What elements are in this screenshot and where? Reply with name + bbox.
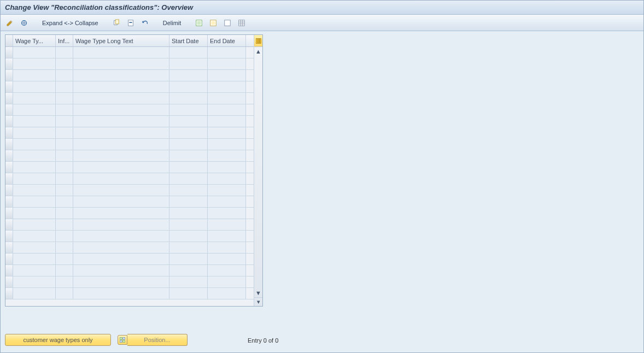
cell-start-date[interactable]	[169, 196, 208, 207]
cell-wage-type[interactable]	[13, 219, 56, 230]
cell-end-date[interactable]	[208, 162, 246, 173]
cell-end-date[interactable]	[208, 265, 246, 276]
table-row[interactable]	[5, 150, 262, 162]
row-selector[interactable]	[5, 208, 13, 219]
deselect-all-button[interactable]	[221, 17, 233, 28]
cell-wage-type[interactable]	[13, 81, 56, 92]
cell-start-date[interactable]	[169, 81, 208, 92]
cell-start-date[interactable]	[169, 70, 208, 81]
cell-inf[interactable]	[56, 276, 73, 287]
cell-wage-type[interactable]	[13, 276, 56, 287]
table-row[interactable]	[5, 265, 262, 276]
cell-wage-type[interactable]	[13, 93, 56, 104]
cell-start-date[interactable]	[169, 58, 208, 69]
table-row[interactable]	[5, 219, 262, 231]
cell-wage-type[interactable]	[13, 265, 56, 276]
table-row[interactable]	[5, 185, 262, 196]
cell-long-text[interactable]	[73, 70, 169, 81]
cell-inf[interactable]	[56, 196, 73, 207]
cell-wage-type[interactable]	[13, 162, 56, 173]
cell-start-date[interactable]	[169, 254, 208, 264]
cell-long-text[interactable]	[73, 93, 169, 104]
cell-end-date[interactable]	[208, 219, 246, 230]
table-row[interactable]	[5, 208, 262, 219]
customer-wage-types-button[interactable]: customer wage types only	[5, 334, 111, 346]
delimit-button[interactable]: Delimit	[160, 17, 185, 28]
cell-wage-type[interactable]	[13, 185, 56, 196]
cell-long-text[interactable]	[73, 116, 169, 127]
scroll-down-end-button[interactable]: ▾	[254, 297, 262, 306]
table-row[interactable]	[5, 242, 262, 254]
cell-long-text[interactable]	[73, 185, 169, 196]
cell-long-text[interactable]	[73, 276, 169, 287]
cell-wage-type[interactable]	[13, 208, 56, 219]
cell-wage-type[interactable]	[13, 127, 56, 138]
row-selector[interactable]	[5, 58, 13, 69]
undo-button[interactable]	[139, 17, 151, 28]
table-row[interactable]	[5, 47, 262, 58]
table-row[interactable]	[5, 104, 262, 116]
cell-end-date[interactable]	[208, 242, 246, 253]
table-row[interactable]	[5, 162, 262, 173]
cell-long-text[interactable]	[73, 150, 169, 161]
cell-start-date[interactable]	[169, 139, 208, 150]
row-selector[interactable]	[5, 254, 13, 264]
cell-end-date[interactable]	[208, 231, 246, 242]
select-block-button[interactable]	[207, 17, 219, 28]
row-selector[interactable]	[5, 70, 13, 81]
col-long-text[interactable]: Wage Type Long Text	[73, 35, 169, 46]
table-row[interactable]	[5, 254, 262, 265]
cell-inf[interactable]	[56, 219, 73, 230]
cell-start-date[interactable]	[169, 150, 208, 161]
table-row[interactable]	[5, 81, 262, 93]
row-selector[interactable]	[5, 93, 13, 104]
row-selector[interactable]	[5, 81, 13, 92]
cell-end-date[interactable]	[208, 254, 246, 264]
cell-wage-type[interactable]	[13, 47, 56, 58]
position-icon-button[interactable]	[118, 335, 127, 345]
row-selector[interactable]	[5, 219, 13, 230]
cell-long-text[interactable]	[73, 242, 169, 253]
table-row[interactable]	[5, 127, 262, 139]
row-selector[interactable]	[5, 162, 13, 173]
cell-inf[interactable]	[56, 139, 73, 150]
cell-end-date[interactable]	[208, 58, 246, 69]
col-inf[interactable]: Inf...	[56, 35, 73, 46]
cell-end-date[interactable]	[208, 81, 246, 92]
cell-inf[interactable]	[56, 104, 73, 115]
row-selector[interactable]	[5, 276, 13, 287]
cell-start-date[interactable]	[169, 288, 208, 299]
cell-inf[interactable]	[56, 47, 73, 58]
cell-wage-type[interactable]	[13, 116, 56, 127]
row-selector[interactable]	[5, 288, 13, 299]
row-selector[interactable]	[5, 104, 13, 115]
row-selector[interactable]	[5, 265, 13, 276]
select-all-header[interactable]	[5, 35, 13, 46]
cell-wage-type[interactable]	[13, 70, 56, 81]
cell-start-date[interactable]	[169, 93, 208, 104]
position-button[interactable]: Position...	[127, 334, 188, 346]
cell-long-text[interactable]	[73, 139, 169, 150]
cell-inf[interactable]	[56, 81, 73, 92]
cell-wage-type[interactable]	[13, 231, 56, 242]
cell-end-date[interactable]	[208, 127, 246, 138]
cell-wage-type[interactable]	[13, 242, 56, 253]
cell-inf[interactable]	[56, 93, 73, 104]
cell-start-date[interactable]	[169, 231, 208, 242]
cell-start-date[interactable]	[169, 127, 208, 138]
configure-columns-button[interactable]	[254, 35, 262, 47]
cell-wage-type[interactable]	[13, 139, 56, 150]
row-selector[interactable]	[5, 116, 13, 127]
cell-start-date[interactable]	[169, 265, 208, 276]
cell-long-text[interactable]	[73, 173, 169, 184]
cell-start-date[interactable]	[169, 116, 208, 127]
cell-inf[interactable]	[56, 70, 73, 81]
row-selector[interactable]	[5, 242, 13, 253]
delete-button[interactable]	[125, 17, 137, 28]
cell-long-text[interactable]	[73, 81, 169, 92]
cell-wage-type[interactable]	[13, 104, 56, 115]
row-selector[interactable]	[5, 196, 13, 207]
cell-inf[interactable]	[56, 150, 73, 161]
cell-end-date[interactable]	[208, 93, 246, 104]
table-row[interactable]	[5, 231, 262, 242]
